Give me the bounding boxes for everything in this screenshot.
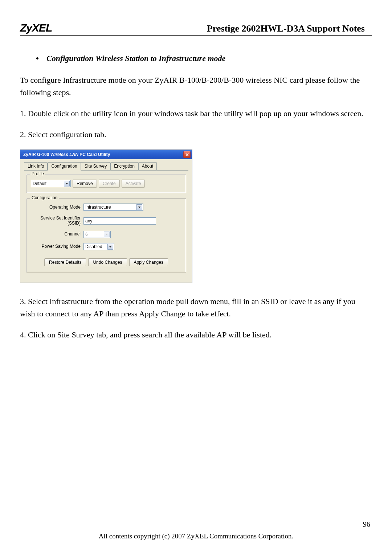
svg-marker-3 <box>109 246 111 247</box>
operating-mode-value: Infrastructure <box>85 205 111 210</box>
dialog-body: Link Info Configuration Site Survey Encr… <box>20 159 192 282</box>
activate-button[interactable]: Activate <box>122 180 145 188</box>
row-ssid: Service Set Identifier (SSID) any <box>31 216 181 225</box>
profile-row: Default Remove Create Activate <box>31 180 181 188</box>
create-button[interactable]: Create <box>99 180 120 188</box>
profile-fieldset: Profile Default Remove Create Activate <box>26 174 186 193</box>
dialog-title: ZyAIR G-100 Wireless LAN PC Card Utility <box>23 152 110 157</box>
svg-marker-1 <box>138 207 140 208</box>
apply-changes-button[interactable]: Apply Changes <box>129 258 168 266</box>
undo-changes-button[interactable]: Undo Changes <box>88 258 127 266</box>
profile-legend: Profile <box>30 171 45 176</box>
dialog-title-suffix: PC Card Utility <box>79 152 110 157</box>
page-number: 96 <box>363 520 370 529</box>
close-button[interactable]: ✕ <box>183 151 191 158</box>
row-power-saving: Power Saving Mode Disabled <box>31 243 181 250</box>
document-title: Prestige 2602HWL-D3A Support Notes <box>207 23 365 34</box>
configuration-legend: Configuration <box>30 195 59 200</box>
chevron-down-icon <box>104 231 110 237</box>
power-saving-select[interactable]: Disabled <box>83 243 114 250</box>
copyright-footer: All contents copyright (c) 2007 ZyXEL Co… <box>0 532 392 540</box>
utility-dialog: ZyAIR G-100 Wireless LAN PC Card Utility… <box>20 149 192 283</box>
operating-mode-select[interactable]: Infrastructure <box>83 204 143 211</box>
tab-site-survey[interactable]: Site Survey <box>81 162 110 170</box>
restore-defaults-button[interactable]: Restore Defaults <box>44 258 86 266</box>
label-ssid-line1: Service Set Identifier <box>40 216 81 221</box>
page-header: ZyXEL Prestige 2602HWL-D3A Support Notes <box>20 22 372 36</box>
ssid-input[interactable]: any <box>83 217 156 225</box>
label-power-saving: Power Saving Mode <box>31 244 83 249</box>
bullet-icon <box>36 57 38 59</box>
power-saving-value: Disabled <box>85 244 102 249</box>
svg-marker-0 <box>66 183 68 185</box>
dialog-title-prefix: ZyAIR G-100 <box>23 152 49 157</box>
label-operating-mode: Operating Mode <box>31 205 83 210</box>
label-channel: Channel <box>31 232 83 237</box>
step-3: 3. Select Infrastructure from the operat… <box>20 295 372 320</box>
step-4: 4. Click on Site Survey tab, and press s… <box>20 329 372 341</box>
tab-configuration[interactable]: Configuration <box>48 162 81 171</box>
chevron-down-icon <box>136 204 142 210</box>
profile-select-value: Default <box>33 181 46 186</box>
row-channel: Channel 6 <box>31 231 181 238</box>
channel-select: 6 <box>83 231 111 238</box>
ssid-value: any <box>85 218 92 223</box>
configuration-fieldset: Configuration Operating Mode Infrastruct… <box>26 198 186 272</box>
section-heading: Configuration Wireless Station to Infras… <box>36 54 372 63</box>
label-ssid-line2: (SSID) <box>68 221 81 226</box>
brand-logo: ZyXEL <box>20 22 52 34</box>
chevron-down-icon <box>107 244 113 250</box>
dialog-title-mid: Wireless LAN <box>50 152 78 157</box>
config-button-row: Restore Defaults Undo Changes Apply Chan… <box>31 258 181 267</box>
tab-bar: Link Info Configuration Site Survey Encr… <box>24 162 188 171</box>
tab-about[interactable]: About <box>138 162 157 170</box>
step-1: 1. Double click on the utility icon in y… <box>20 107 372 120</box>
tab-encryption[interactable]: Encryption <box>110 162 138 170</box>
chevron-down-icon <box>64 181 70 186</box>
step-2: 2. Select configuration tab. <box>20 128 372 141</box>
tab-link-info[interactable]: Link Info <box>24 162 48 170</box>
profile-select[interactable]: Default <box>31 180 71 187</box>
svg-marker-2 <box>106 234 108 235</box>
dialog-titlebar[interactable]: ZyAIR G-100 Wireless LAN PC Card Utility… <box>20 150 192 159</box>
label-ssid: Service Set Identifier (SSID) <box>31 216 83 225</box>
remove-button[interactable]: Remove <box>73 180 97 188</box>
intro-paragraph: To configure Infrastructure mode on your… <box>20 74 372 99</box>
section-heading-text: Configuration Wireless Station to Infras… <box>46 54 225 63</box>
row-operating-mode: Operating Mode Infrastructure <box>31 204 181 211</box>
channel-value: 6 <box>85 232 88 237</box>
close-icon: ✕ <box>185 152 189 157</box>
